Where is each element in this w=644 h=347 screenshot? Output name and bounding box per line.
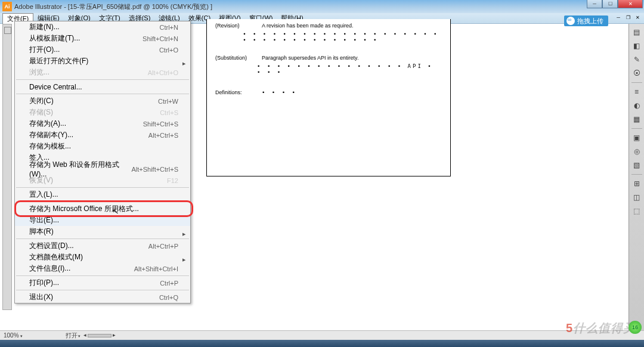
- panel-layers-icon[interactable]: ▤: [631, 26, 643, 38]
- menu-item-shortcut: Alt+Ctrl+S: [148, 132, 178, 139]
- doc-restore-button[interactable]: ❐: [624, 13, 632, 21]
- doc-close-button[interactable]: ✕: [633, 13, 642, 21]
- menu-item-shortcut: Alt+Ctrl+O: [148, 69, 178, 76]
- panel-transparency-icon[interactable]: ▣: [631, 132, 643, 144]
- window-title: Adobe Illustrator - [15-常压API_650储罐.pdf …: [14, 2, 212, 11]
- doc-definitions-dots: • • • •: [262, 89, 297, 95]
- window-close-button[interactable]: [618, 0, 643, 8]
- status-slider[interactable]: [88, 334, 112, 337]
- file-menu-dropdown: 新建(N)...Ctrl+N从模板新建(T)...Shift+Ctrl+N打开(…: [14, 21, 191, 303]
- panel-brushes-icon[interactable]: ✎: [631, 54, 643, 66]
- menu-item[interactable]: 文档设置(D)...Alt+Ctrl+P: [15, 240, 190, 252]
- menu-item-label: 浏览...: [29, 67, 148, 78]
- menu-item[interactable]: 脚本(R): [15, 226, 190, 237]
- menu-item[interactable]: 导出(E)...: [15, 215, 190, 226]
- window-maximize-button[interactable]: [602, 0, 618, 8]
- watermark: 5什么值得买: [566, 320, 636, 336]
- menu-item[interactable]: 从模板新建(T)...Shift+Ctrl+N: [15, 33, 190, 44]
- panel-gradient-icon[interactable]: ▦: [631, 113, 643, 125]
- menu-item[interactable]: 存储为 Web 和设备所用格式(W)...Alt+Shift+Ctrl+S: [15, 163, 190, 175]
- doc-dots-1: • • • • • • • • • • • • • • • • • • • • …: [243, 31, 442, 43]
- menu-item-shortcut: Alt+Ctrl+P: [148, 243, 178, 250]
- status-bar: 100% 打开: [0, 330, 644, 340]
- menu-item[interactable]: 存储为(A)...Shift+Ctrl+S: [15, 118, 190, 129]
- window-titlebar: Ai Adobe Illustrator - [15-常压API_650储罐.p…: [0, 0, 644, 13]
- menu-item-shortcut: Alt+Shift+Ctrl+I: [134, 265, 178, 272]
- menu-item-label: 关闭(C): [29, 96, 158, 106]
- menu-item-label: 最近打开的文件(F): [29, 56, 178, 66]
- menu-item-label: Device Central...: [29, 83, 178, 91]
- menu-item-label: 从模板新建(T)...: [29, 33, 143, 44]
- menu-item-shortcut: Ctrl+P: [160, 280, 178, 287]
- menu-item-label: 退出(X): [29, 292, 159, 302]
- zoom-dropdown[interactable]: 100%: [4, 332, 23, 339]
- menu-item-label: 存储为 Microsoft Office 所用格式...: [29, 204, 178, 214]
- app-logo-icon: Ai: [2, 2, 12, 11]
- menu-item[interactable]: 最近打开的文件(F): [15, 55, 190, 67]
- menu-item[interactable]: 文档颜色模式(M): [15, 252, 190, 263]
- doc-revision-key: (Revision): [215, 23, 262, 29]
- menu-item-label: 导出(E)...: [29, 215, 178, 225]
- menu-item-label: 文档设置(D)...: [29, 241, 148, 251]
- menu-item-shortcut: Shift+Ctrl+N: [143, 35, 178, 42]
- menu-item: 浏览...Alt+Ctrl+O: [15, 67, 190, 78]
- menu-item-label: 置入(L)...: [29, 190, 178, 200]
- menu-item-shortcut: F12: [167, 177, 178, 184]
- menu-item-label: 存储为模板...: [29, 141, 178, 151]
- menu-item[interactable]: 存储为模板...: [15, 141, 190, 152]
- menu-item-label: 存储副本(Y)...: [29, 130, 148, 140]
- menu-item[interactable]: 打开(O)...Ctrl+O: [15, 44, 190, 55]
- document-viewport[interactable]: (Revision)A revision has been made as re…: [191, 24, 626, 335]
- menu-item-label: 文档颜色模式(M): [29, 252, 178, 262]
- menu-item: 恢复(V)F12: [15, 175, 190, 186]
- status-mode-dropdown[interactable]: 打开: [66, 331, 81, 340]
- menu-item[interactable]: 新建(N)...Ctrl+N: [15, 21, 190, 33]
- panel-appearance-icon[interactable]: ◎: [631, 145, 643, 157]
- panel-swatches-icon[interactable]: ◧: [631, 40, 643, 52]
- menu-item-label: 脚本(R): [29, 227, 178, 237]
- doc-substitution-key: (Substitution): [215, 55, 262, 61]
- menu-item[interactable]: Device Central...: [15, 81, 190, 92]
- menu-item-label: 存储为(A)...: [29, 119, 143, 129]
- doc-dots-2: • • • • • • • • • • • • • • • API • • • …: [257, 63, 442, 75]
- panel-align-icon[interactable]: ⊞: [631, 178, 643, 190]
- toolbox-panel[interactable]: [2, 24, 12, 310]
- menu-item-label: 恢复(V): [29, 175, 167, 185]
- document-page: (Revision)A revision has been made as re…: [206, 19, 451, 176]
- menu-item[interactable]: 置入(L)...: [15, 189, 190, 200]
- notification-badge[interactable]: 16: [628, 321, 642, 334]
- doc-minimize-button[interactable]: ─: [614, 13, 623, 21]
- panel-color-icon[interactable]: ◐: [631, 100, 643, 111]
- menu-item[interactable]: 存储副本(Y)...Alt+Ctrl+S: [15, 129, 190, 141]
- menu-item-label: 打印(P)...: [29, 278, 160, 288]
- panel-graphic-styles-icon[interactable]: ▧: [631, 159, 643, 171]
- menu-item[interactable]: 退出(X)Ctrl+Q: [15, 292, 190, 303]
- taskbar[interactable]: [0, 340, 644, 347]
- doc-substitution-text: Paragraph supersedes API in its entirety…: [262, 55, 358, 61]
- menu-item-shortcut: Ctrl+S: [160, 109, 178, 116]
- right-panel-dock: ▤ ◧ ✎ ⦿ ≡ ◐ ▦ ▣ ◎ ▧ ⊞ ◫ ⬚: [628, 24, 644, 336]
- menu-item-shortcut: Shift+Ctrl+S: [143, 120, 178, 128]
- doc-revision-text: A revision has been made as required.: [262, 23, 354, 29]
- menu-item-label: 存储(S): [29, 107, 160, 117]
- menu-item-shortcut: Ctrl+W: [158, 98, 178, 105]
- menu-item[interactable]: 打印(P)...Ctrl+P: [15, 277, 190, 289]
- doc-definitions-key: Definitions:: [215, 89, 262, 95]
- menu-item: 存储(S)Ctrl+S: [15, 107, 190, 118]
- menu-item[interactable]: 存储为 Microsoft Office 所用格式...: [15, 203, 190, 215]
- menu-item-shortcut: Alt+Shift+Ctrl+S: [131, 166, 178, 173]
- menu-item-shortcut: Ctrl+Q: [159, 294, 178, 301]
- menu-item[interactable]: 关闭(C)Ctrl+W: [15, 95, 190, 107]
- menu-item-shortcut: Ctrl+N: [160, 24, 178, 31]
- menu-item[interactable]: 文件信息(I)...Alt+Shift+Ctrl+I: [15, 263, 190, 274]
- menu-item-label: 打开(O)...: [29, 45, 159, 55]
- menu-item-label: 文件信息(I)...: [29, 264, 134, 274]
- panel-pathfinder-icon[interactable]: ◫: [631, 191, 643, 203]
- panel-transform-icon[interactable]: ⬚: [631, 205, 643, 217]
- panel-symbols-icon[interactable]: ⦿: [631, 67, 643, 79]
- window-minimize-button[interactable]: [587, 0, 602, 8]
- menu-item-label: 新建(N)...: [29, 22, 160, 32]
- panel-stroke-icon[interactable]: ≡: [631, 86, 643, 98]
- menu-item-shortcut: Ctrl+O: [159, 47, 178, 54]
